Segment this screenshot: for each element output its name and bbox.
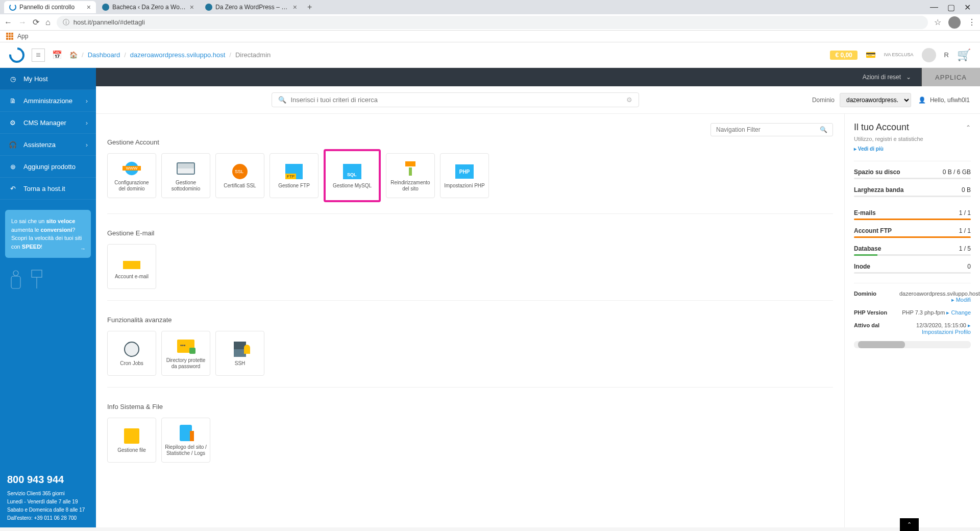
globe-icon	[122, 161, 141, 176]
url-field[interactable]: ⓘ host.it/pannello/#dettagli	[57, 16, 928, 29]
tile-ftp[interactable]: Gestione FTP	[270, 153, 318, 198]
breadcrumb-dashboard[interactable]: Dashboard	[88, 51, 120, 59]
vat-label: IVA ESCLUSA	[884, 53, 914, 57]
hostit-logo[interactable]	[6, 44, 28, 65]
tile-ssh[interactable]: SSH	[215, 331, 264, 376]
tab-inactive[interactable]: Bacheca ‹ Da Zero a Wordpress – ×	[97, 1, 199, 13]
reset-actions-dropdown[interactable]: Azioni di reset ⌄	[852, 68, 922, 86]
sidebar-item-add-product[interactable]: ⊕ Aggiungi prodotto	[0, 156, 96, 178]
php-icon: PHP	[455, 164, 474, 179]
navigation-filter[interactable]: 🔍	[710, 123, 833, 136]
reset-label: Azioni di reset	[863, 74, 901, 81]
bookmark-app[interactable]: App	[17, 33, 28, 40]
user-emoji-icon: 👤	[918, 96, 926, 104]
tile-email-account[interactable]: Account e-mail	[107, 244, 156, 289]
tile-php[interactable]: PHPImpostazioni PHP	[440, 153, 489, 198]
section-account: Gestione Account Configurazione del domi…	[107, 136, 833, 214]
info-row: Attivo dal12/3/2020, 15:15:00 ▸ Impostaz…	[854, 322, 971, 335]
tab-bar: Pannello di controllo × Bacheca ‹ Da Zer…	[0, 0, 980, 14]
bottom-overlay[interactable]: ⌃	[900, 518, 919, 527]
price-badge[interactable]: € 0,00	[830, 51, 857, 60]
sidebar-item-admin[interactable]: 🗎 Amministrazione ›	[0, 90, 96, 112]
hello-user[interactable]: 👤 Hello, ufiwh0l1	[918, 96, 970, 104]
svg-rect-2	[32, 270, 42, 277]
hello-text: Hello, ufiwh0l1	[930, 96, 970, 104]
sidebar-item-support[interactable]: 🎧 Assistenza ›	[0, 134, 96, 156]
menu-toggle-button[interactable]: ≡	[32, 49, 45, 62]
promo-box[interactable]: Lo sai che un sito veloce aumenta le con…	[5, 210, 91, 258]
sidebar-label: Aggiungi prodotto	[23, 163, 76, 171]
chevron-right-icon: ›	[86, 119, 88, 127]
home-button[interactable]: ⌂	[45, 18, 51, 27]
account-panel: Il tuo Account ⌃ Utilizzo, registri e st…	[844, 114, 980, 527]
url-bar: ← → ⟳ ⌂ ⓘ host.it/pannello/#dettagli ☆ ⋮	[0, 14, 980, 31]
panel-main: 🔍 Gestione Account Configurazione del do…	[96, 114, 844, 527]
section-title: Funzionalità avanzate	[107, 314, 833, 324]
info-link[interactable]: ▸ Modifi	[951, 297, 971, 303]
breadcrumb-domain[interactable]: dazeroawordpress.sviluppo.host	[130, 51, 225, 59]
domain-selector: Dominio dazeroawordpress.s...	[812, 93, 911, 107]
search-field[interactable]	[290, 96, 622, 104]
sidebar-label: CMS Manager	[23, 119, 66, 127]
info-link[interactable]: ▸ Change	[946, 309, 971, 316]
calendar-icon[interactable]: 📅	[52, 50, 62, 60]
tile-subdomain[interactable]: Gestione sottodominio	[161, 153, 210, 198]
apply-button[interactable]: APPLICA	[922, 68, 980, 86]
tile-mysql[interactable]: Gestione MySQL	[324, 149, 381, 202]
site-info-icon[interactable]: ⓘ	[63, 18, 69, 27]
tab-close-icon[interactable]: ×	[293, 3, 297, 11]
sidebar-item-cms[interactable]: ⚙ CMS Manager ›	[0, 112, 96, 134]
search-input[interactable]: 🔍 ⚙	[272, 92, 639, 107]
svg-point-1	[13, 271, 18, 276]
favicon-hostit	[9, 4, 16, 11]
profile-avatar[interactable]	[948, 16, 961, 29]
tile-stats-logs[interactable]: Riepilogo del sito / Statistiche / Logs	[161, 418, 210, 463]
see-more-link[interactable]: ▸ Vedi di più	[854, 146, 971, 152]
tile-redirect[interactable]: Reindirizzamento del sito	[386, 153, 435, 198]
sidebar: ◷ My Host 🗎 Amministrazione › ⚙ CMS Mana…	[0, 68, 96, 527]
tile-file-manager[interactable]: Gestione file	[107, 418, 156, 463]
tab-active[interactable]: Pannello di controllo ×	[4, 1, 96, 13]
info-block: Dominiodazeroawordpress.sviluppo.host ▸ …	[854, 283, 971, 335]
svg-rect-0	[11, 276, 20, 288]
apps-grid-icon[interactable]	[6, 33, 13, 40]
new-tab-button[interactable]: +	[303, 1, 316, 14]
back-button[interactable]: ←	[4, 18, 12, 27]
domain-select[interactable]: dazeroawordpress.s...	[840, 93, 911, 107]
home-icon[interactable]: 🏠	[69, 51, 78, 59]
star-icon[interactable]: ☆	[934, 17, 941, 27]
reload-button[interactable]: ⟳	[33, 17, 39, 27]
cart-icon[interactable]: 🛒	[957, 49, 971, 62]
tab-close-icon[interactable]: ×	[190, 3, 194, 11]
sidebar-item-myhost[interactable]: ◷ My Host	[0, 68, 96, 90]
info-row: Dominiodazeroawordpress.sviluppo.host ▸ …	[854, 291, 971, 303]
horizontal-scrollbar[interactable]	[854, 341, 971, 348]
tile-ssl[interactable]: Certificati SSL	[215, 153, 264, 198]
minimize-icon[interactable]: —	[930, 3, 938, 12]
chevron-down-icon: ⌄	[906, 74, 911, 81]
sidebar-label: Assistenza	[23, 141, 56, 149]
ssl-badge-icon	[232, 164, 248, 179]
folder-icon	[124, 428, 139, 444]
forward-button[interactable]: →	[18, 18, 27, 27]
chevron-up-icon[interactable]: ⌃	[966, 124, 971, 131]
tab-close-icon[interactable]: ×	[87, 3, 91, 11]
nav-filter-input[interactable]	[716, 126, 816, 133]
content: Azioni di reset ⌄ APPLICA 🔍 ⚙ Dominio da…	[96, 68, 980, 527]
info-link[interactable]: ▸ Impostazioni Profilo	[922, 322, 971, 335]
kebab-menu-icon[interactable]: ⋮	[968, 17, 976, 27]
tile-protected-dirs[interactable]: Directory protette da password	[161, 331, 210, 376]
user-avatar[interactable]	[922, 48, 936, 62]
gear-icon[interactable]: ⚙	[626, 96, 632, 104]
tile-domain-config[interactable]: Configurazione del dominio	[107, 153, 156, 198]
search-row: 🔍 ⚙ Dominio dazeroawordpress.s... 👤 Hell…	[96, 86, 980, 114]
tile-cron[interactable]: Cron Jobs	[107, 331, 156, 376]
tab-inactive[interactable]: Da Zero a WordPress – Corso da ×	[200, 1, 302, 13]
wallet-icon: 💳	[866, 50, 876, 60]
domain-label: Dominio	[812, 96, 835, 104]
close-window-icon[interactable]: ✕	[964, 3, 971, 12]
sidebar-item-back[interactable]: ↶ Torna a host.it	[0, 178, 96, 200]
scrollbar-thumb[interactable]	[858, 341, 905, 348]
section-title: Info Sistema & File	[107, 401, 833, 411]
maximize-icon[interactable]: ▢	[947, 3, 955, 12]
